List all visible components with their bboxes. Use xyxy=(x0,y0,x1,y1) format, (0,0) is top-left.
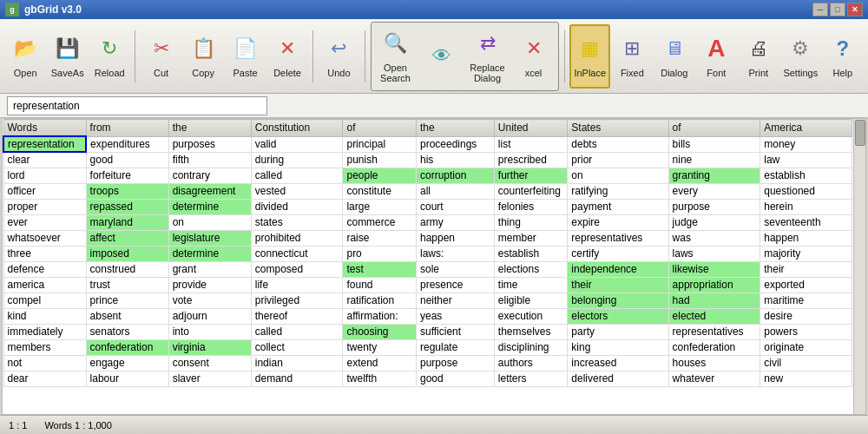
cell-15-8[interactable]: whatever xyxy=(668,371,760,386)
cell-14-5[interactable]: purpose xyxy=(416,355,494,371)
cell-0-5[interactable]: proceedings xyxy=(416,136,494,152)
cell-0-9[interactable]: money xyxy=(760,136,852,152)
cell-7-9[interactable]: majority xyxy=(760,246,852,261)
cell-4-7[interactable]: payment xyxy=(568,199,668,214)
cell-15-2[interactable]: slaver xyxy=(168,371,251,386)
cell-13-2[interactable]: virginia xyxy=(168,339,251,355)
cell-11-3[interactable]: thereof xyxy=(251,308,343,324)
cell-15-7[interactable]: delivered xyxy=(568,371,668,386)
cell-4-8[interactable]: purpose xyxy=(668,199,760,214)
search-button[interactable]: 🔍Open Search xyxy=(373,24,418,89)
cell-12-5[interactable]: sufficient xyxy=(416,324,494,339)
cell-4-3[interactable]: divided xyxy=(251,199,343,214)
cell-5-7[interactable]: expire xyxy=(568,214,668,230)
cell-6-2[interactable]: legislature xyxy=(168,230,251,246)
dialog-button[interactable]: 🖥Dialog xyxy=(654,24,694,89)
cell-8-3[interactable]: composed xyxy=(251,261,343,277)
cell-7-8[interactable]: laws xyxy=(668,246,760,261)
cell-5-1[interactable]: maryland xyxy=(86,214,168,230)
cell-3-6[interactable]: counterfeiting xyxy=(494,183,568,199)
cell-1-7[interactable]: prior xyxy=(568,152,668,168)
cell-13-5[interactable]: regulate xyxy=(416,339,494,355)
cell-14-3[interactable]: indian xyxy=(251,355,343,371)
cell-14-0[interactable]: not xyxy=(3,355,86,371)
cell-0-0[interactable]: representation xyxy=(3,136,86,152)
cell-3-4[interactable]: constitute xyxy=(343,183,417,199)
cell-5-5[interactable]: army xyxy=(416,214,494,230)
cell-1-5[interactable]: his xyxy=(416,152,494,168)
cell-10-5[interactable]: neither xyxy=(416,293,494,308)
cell-8-1[interactable]: construed xyxy=(86,261,168,277)
cell-11-7[interactable]: electors xyxy=(568,308,668,324)
cell-3-8[interactable]: every xyxy=(668,183,760,199)
scroll-thumb[interactable] xyxy=(855,120,865,146)
cell-15-0[interactable]: dear xyxy=(3,371,86,386)
cell-3-3[interactable]: vested xyxy=(251,183,343,199)
cell-3-5[interactable]: all xyxy=(416,183,494,199)
eye-button[interactable]: 👁 xyxy=(419,24,464,89)
cell-5-2[interactable]: on xyxy=(168,214,251,230)
inplace-button[interactable]: ▦InPlace xyxy=(569,24,610,89)
cell-13-9[interactable]: originate xyxy=(760,339,852,355)
cell-0-8[interactable]: bills xyxy=(668,136,760,152)
cell-2-8[interactable]: granting xyxy=(668,168,760,183)
fixed-button[interactable]: ⊞Fixed xyxy=(612,24,652,89)
cell-0-3[interactable]: valid xyxy=(251,136,343,152)
cell-11-6[interactable]: execution xyxy=(494,308,568,324)
cell-10-8[interactable]: had xyxy=(668,293,760,308)
cell-6-5[interactable]: happen xyxy=(416,230,494,246)
cell-8-4[interactable]: test xyxy=(343,261,417,277)
cell-0-7[interactable]: debts xyxy=(568,136,668,152)
cell-6-7[interactable]: representatives xyxy=(568,230,668,246)
cell-2-1[interactable]: forfeiture xyxy=(86,168,168,183)
cell-10-4[interactable]: ratification xyxy=(343,293,417,308)
cell-8-7[interactable]: independence xyxy=(568,261,668,277)
cell-12-4[interactable]: choosing xyxy=(343,324,417,339)
cell-9-8[interactable]: appropriation xyxy=(668,277,760,293)
cell-7-7[interactable]: certify xyxy=(568,246,668,261)
cell-11-8[interactable]: elected xyxy=(668,308,760,324)
cell-4-1[interactable]: repassed xyxy=(86,199,168,214)
reload-button[interactable]: ↻Reload xyxy=(89,24,129,89)
print-button[interactable]: 🖨Print xyxy=(739,24,779,89)
cell-11-2[interactable]: adjourn xyxy=(168,308,251,324)
cell-6-0[interactable]: whatsoever xyxy=(3,230,86,246)
cell-14-2[interactable]: consent xyxy=(168,355,251,371)
cell-15-5[interactable]: good xyxy=(416,371,494,386)
cell-0-4[interactable]: principal xyxy=(343,136,417,152)
cell-7-1[interactable]: imposed xyxy=(86,246,168,261)
open-button[interactable]: 📂Open xyxy=(5,24,45,89)
cell-7-5[interactable]: laws: xyxy=(416,246,494,261)
cell-10-6[interactable]: eligible xyxy=(494,293,568,308)
cell-5-3[interactable]: states xyxy=(251,214,343,230)
cell-12-1[interactable]: senators xyxy=(86,324,168,339)
undo-button[interactable]: ↩Undo xyxy=(319,24,358,89)
cell-14-8[interactable]: houses xyxy=(668,355,760,371)
cell-9-0[interactable]: america xyxy=(3,277,86,293)
cell-10-1[interactable]: prince xyxy=(86,293,168,308)
cell-6-1[interactable]: affect xyxy=(86,230,168,246)
font-button[interactable]: AFont xyxy=(696,24,736,89)
cell-9-7[interactable]: their xyxy=(568,277,668,293)
cell-7-6[interactable]: establish xyxy=(494,246,568,261)
cell-8-5[interactable]: sole xyxy=(416,261,494,277)
cell-4-4[interactable]: large xyxy=(343,199,417,214)
cell-12-9[interactable]: powers xyxy=(760,324,852,339)
cell-11-5[interactable]: yeas xyxy=(416,308,494,324)
cell-5-6[interactable]: thing xyxy=(494,214,568,230)
cell-12-2[interactable]: into xyxy=(168,324,251,339)
cell-4-9[interactable]: herein xyxy=(760,199,852,214)
cell-9-9[interactable]: exported xyxy=(760,277,852,293)
cell-7-2[interactable]: determine xyxy=(168,246,251,261)
cell-11-1[interactable]: absent xyxy=(86,308,168,324)
cell-7-0[interactable]: three xyxy=(3,246,86,261)
cell-2-5[interactable]: corruption xyxy=(416,168,494,183)
cell-2-3[interactable]: called xyxy=(251,168,343,183)
cell-1-8[interactable]: nine xyxy=(668,152,760,168)
cell-2-9[interactable]: establish xyxy=(760,168,852,183)
cell-1-6[interactable]: prescribed xyxy=(494,152,568,168)
cell-4-0[interactable]: proper xyxy=(3,199,86,214)
cell-6-8[interactable]: was xyxy=(668,230,760,246)
cell-15-3[interactable]: demand xyxy=(251,371,343,386)
cell-8-0[interactable]: defence xyxy=(3,261,86,277)
